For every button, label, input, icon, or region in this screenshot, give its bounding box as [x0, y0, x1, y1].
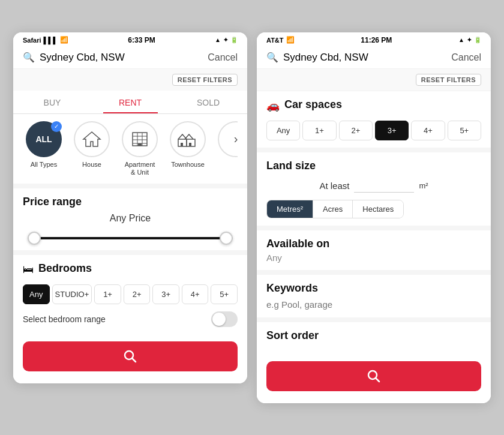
prop-circle-more: › — [218, 121, 238, 157]
land-size-input[interactable] — [354, 179, 414, 193]
location-icon: ▲ — [215, 37, 221, 43]
prop-type-house[interactable]: House — [71, 121, 113, 176]
unit-buttons: Metres² Acres Hectares — [266, 200, 404, 218]
bedrooms-section: 🛏 Bedrooms Any STUDIO+ 1+ 2+ 3+ 4+ 5+ Se… — [13, 250, 247, 334]
available-on-value[interactable]: Any — [266, 253, 481, 263]
property-types-section: ALL ✓ All Types House — [13, 114, 247, 184]
prop-type-more[interactable]: › — [215, 121, 238, 176]
svg-rect-6 — [138, 143, 142, 146]
slider-track — [28, 237, 233, 239]
car-spaces-buttons: Any 1+ 2+ 3+ 4+ 5+ — [266, 121, 481, 140]
space-btn-1[interactable]: 1+ — [302, 121, 336, 140]
range-toggle[interactable] — [211, 311, 238, 327]
search-value-left[interactable]: Sydney Cbd, NSW — [40, 52, 208, 64]
land-input-row: At least m² — [266, 179, 481, 193]
search-button-wrap-right — [257, 352, 491, 403]
status-bar-right: AT&T 📶 11:26 PM ▲ ✦ 🔋 — [257, 32, 491, 47]
price-range-section: Price range Any Price — [13, 184, 247, 250]
bed-btn-5[interactable]: 5+ — [211, 284, 238, 304]
slider-thumb-left[interactable] — [28, 232, 41, 245]
all-types-label: ALL — [35, 134, 52, 144]
sort-order-section: Sort order — [257, 317, 491, 352]
land-size-section: Land size At least m² Metres² Acres Hect… — [257, 148, 491, 226]
reset-bar-right: RESET FILTERS — [257, 69, 491, 91]
tab-sold[interactable]: SOLD — [169, 91, 247, 113]
tab-rent[interactable]: RENT — [91, 91, 169, 113]
bluetooth-icon-right: ✦ — [467, 37, 472, 43]
keywords-section: Keywords — [257, 270, 491, 317]
prop-label-townhouse: Townhouse — [171, 161, 205, 169]
svg-rect-10 — [189, 143, 191, 146]
at-least-label: At least — [319, 181, 349, 191]
prop-label-house: House — [82, 161, 101, 169]
slider-thumb-right[interactable] — [220, 232, 233, 245]
location-icon-right: ▲ — [458, 37, 464, 43]
att-label: AT&T — [266, 37, 284, 44]
battery-icon-right: 🔋 — [474, 37, 481, 43]
wifi-icon-right: 📶 — [286, 36, 295, 44]
bed-btn-studio[interactable]: STUDIO+ — [52, 284, 92, 304]
space-btn-2[interactable]: 2+ — [339, 121, 373, 140]
svg-line-12 — [133, 358, 136, 362]
toggle-knob — [212, 313, 226, 326]
prop-type-apartment[interactable]: Apartment& Unit — [119, 121, 161, 176]
land-unit-label: m² — [419, 181, 428, 190]
available-on-heading: Available on — [266, 238, 481, 250]
search-icon: 🔍 — [23, 52, 35, 63]
unit-btn-acres[interactable]: Acres — [313, 200, 353, 218]
range-toggle-row: Select bedroom range — [23, 311, 238, 327]
bed-icon: 🛏 — [23, 263, 34, 276]
land-size-heading: Land size — [266, 160, 481, 172]
prop-circle-all: ALL ✓ — [26, 121, 62, 157]
space-btn-4[interactable]: 4+ — [411, 121, 445, 140]
svg-line-14 — [376, 378, 380, 382]
screen-left: Safari ▌▌▌ 📶 6:33 PM ▲ ✦ 🔋 🔍 Sydney Cbd,… — [13, 32, 247, 383]
price-heading: Price range — [23, 196, 238, 208]
search-value-right[interactable]: Sydney Cbd, NSW — [283, 52, 451, 64]
search-button-right[interactable] — [266, 361, 481, 391]
prop-type-all[interactable]: ALL ✓ All Types — [23, 121, 65, 176]
bed-btn-4[interactable]: 4+ — [182, 284, 209, 304]
price-value: Any Price — [23, 213, 238, 224]
time-left: 6:33 PM — [128, 36, 155, 44]
search-button-wrap-left — [13, 334, 247, 383]
space-btn-3[interactable]: 3+ — [375, 121, 409, 140]
space-btn-5[interactable]: 5+ — [448, 121, 481, 140]
tabs-left: BUY RENT SOLD — [13, 91, 247, 114]
apartment-icon — [131, 130, 149, 148]
bedrooms-buttons: Any STUDIO+ 1+ 2+ 3+ 4+ 5+ — [23, 284, 238, 304]
bed-btn-3[interactable]: 3+ — [152, 284, 179, 304]
safari-label: Safari — [23, 37, 41, 44]
keywords-heading: Keywords — [266, 282, 481, 295]
status-bar-right-info: AT&T 📶 — [266, 36, 295, 44]
tab-buy[interactable]: BUY — [13, 91, 91, 113]
search-btn-icon-right — [367, 370, 380, 383]
bed-btn-1[interactable]: 1+ — [94, 284, 121, 304]
bed-btn-any[interactable]: Any — [23, 284, 50, 304]
range-label: Select bedroom range — [23, 314, 106, 324]
space-btn-any[interactable]: Any — [266, 121, 300, 140]
unit-btn-hectares[interactable]: Hectares — [353, 200, 403, 218]
signal-icon: ▌▌▌ — [44, 37, 58, 44]
screen-right: AT&T 📶 11:26 PM ▲ ✦ 🔋 🔍 Sydney Cbd, NSW … — [257, 32, 491, 403]
search-bar-right: 🔍 Sydney Cbd, NSW Cancel — [257, 47, 491, 69]
prop-label-all: All Types — [31, 161, 57, 169]
time-right: 11:26 PM — [361, 36, 392, 44]
bed-btn-2[interactable]: 2+ — [124, 284, 151, 304]
reset-filters-button-left[interactable]: RESET FILTERS — [172, 74, 238, 86]
keywords-input[interactable] — [266, 299, 481, 310]
property-types-list: ALL ✓ All Types House — [23, 121, 238, 176]
reset-bar-left: RESET FILTERS — [13, 69, 247, 91]
prop-type-townhouse[interactable]: Townhouse — [167, 121, 209, 176]
price-slider[interactable] — [23, 231, 238, 245]
house-icon — [82, 131, 101, 148]
prop-label-apartment: Apartment& Unit — [125, 161, 155, 176]
available-on-section: Available on Any — [257, 226, 491, 270]
reset-filters-button-right[interactable]: RESET FILTERS — [416, 74, 481, 86]
search-button-left[interactable] — [23, 341, 238, 371]
unit-btn-metres[interactable]: Metres² — [267, 200, 313, 218]
svg-rect-9 — [181, 143, 183, 146]
check-badge-all: ✓ — [51, 121, 62, 132]
cancel-button-right[interactable]: Cancel — [451, 52, 481, 63]
cancel-button-left[interactable]: Cancel — [208, 52, 238, 63]
